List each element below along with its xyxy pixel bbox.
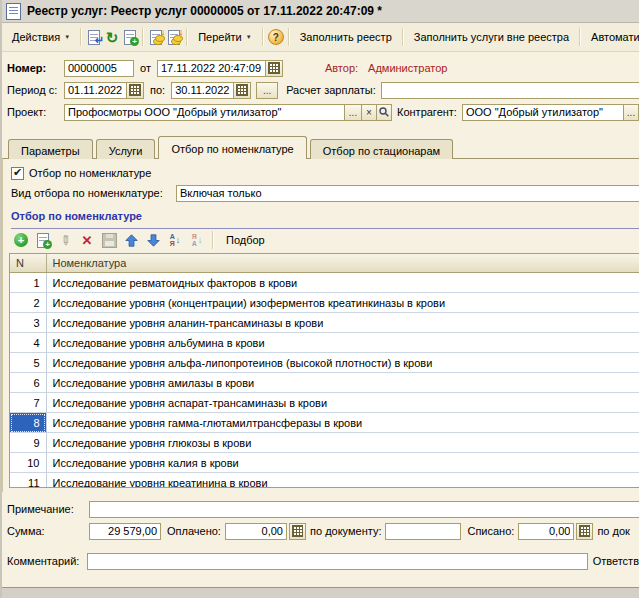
row-number-cell[interactable]: 4: [10, 333, 46, 353]
goto-menu-button[interactable]: Перейти ▼: [191, 27, 259, 47]
table-row[interactable]: 4Исследование уровня альбумина в крови: [10, 333, 639, 353]
row-number-cell[interactable]: 6: [10, 373, 46, 393]
paid-field[interactable]: [225, 523, 287, 540]
save-button[interactable]: ↵: [85, 26, 103, 48]
row-name-cell[interactable]: Исследование уровня альбумина в крови: [46, 333, 639, 353]
form-body: Номер: от Автор: Администратор Период с:…: [2, 52, 639, 598]
fill-services-outside-button[interactable]: Заполнить услуги вне реестра: [407, 27, 576, 47]
writeoff-field[interactable]: [518, 523, 574, 540]
unpost-document-button[interactable]: ↓: [165, 26, 183, 48]
delete-row-button[interactable]: ✕: [77, 230, 97, 250]
project-select-button[interactable]: ...: [344, 104, 361, 121]
datetime-group: [157, 60, 283, 77]
filter-checkbox-row: ✔ Отбор по номенклатуре: [3, 164, 639, 182]
table-row[interactable]: 11Исследование уровня креатинина в крови: [10, 473, 639, 489]
datetime-field[interactable]: [157, 60, 265, 77]
contragent-field[interactable]: [462, 104, 623, 121]
salary-field[interactable]: [381, 82, 639, 99]
row-name-cell[interactable]: Исследование уровня аланин-трансаминазы …: [46, 313, 639, 333]
project-clear-button[interactable]: ×: [361, 104, 376, 121]
project-field[interactable]: [64, 104, 344, 121]
table-row[interactable]: 10Исследование уровня калия в крови: [10, 453, 639, 473]
table-row[interactable]: 5Исследование уровня альфа-липопротеинов…: [10, 353, 639, 373]
number-row: Номер: от Автор: Администратор: [2, 57, 639, 79]
sort-descending-icon: ЯА ↓: [192, 233, 203, 247]
copy-row-button[interactable]: +: [33, 230, 53, 250]
help-button[interactable]: ?: [267, 26, 285, 48]
column-header-n[interactable]: N: [10, 254, 46, 273]
table-row[interactable]: 8Исследование уровня гамма-глютамилтранс…: [10, 413, 639, 433]
table-row[interactable]: 1Исследование ревматоидных факторов в кр…: [10, 273, 639, 293]
period-to-field[interactable]: [171, 82, 233, 99]
from-label: от: [140, 62, 151, 74]
row-number-cell[interactable]: 8: [10, 413, 46, 433]
row-name-cell[interactable]: Исследование уровня глюкозы в крови: [46, 433, 639, 453]
row-number-cell[interactable]: 9: [10, 433, 46, 453]
table-row[interactable]: 9Исследование уровня глюкозы в крови: [10, 433, 639, 453]
goto-label: Перейти: [198, 31, 242, 43]
tab-nomenclature-filter[interactable]: Отбор по номенклатуре: [158, 136, 306, 159]
table-row[interactable]: 3Исследование уровня аланин-трансаминазы…: [10, 313, 639, 333]
tab-label: Отбор по стационарам: [323, 145, 440, 157]
automatic-button[interactable]: Автоматичес: [584, 27, 639, 47]
contragent-select-button[interactable]: ...: [623, 104, 639, 121]
row-name-cell[interactable]: Исследование уровня альфа-липопротеинов …: [46, 353, 639, 373]
contragent-group: ...: [462, 104, 639, 121]
row-number-cell[interactable]: 3: [10, 313, 46, 333]
row-number-cell[interactable]: 7: [10, 393, 46, 413]
calendar-button[interactable]: [265, 60, 283, 77]
row-name-cell[interactable]: Исследование уровня гамма-глютамилтрансф…: [46, 413, 639, 433]
row-name-cell[interactable]: Исследование уровня креатинина в крови: [46, 473, 639, 489]
tab-hospital-filter[interactable]: Отбор по стационарам: [310, 139, 453, 159]
row-name-cell[interactable]: Исследование уровня амилазы в крови: [46, 373, 639, 393]
nomenclature-filter-checkbox[interactable]: ✔: [11, 167, 24, 180]
writeoff-calculator-button[interactable]: [576, 523, 593, 540]
document-icon: [6, 3, 21, 20]
pick-button[interactable]: Подбор: [219, 231, 272, 249]
period-from-field[interactable]: [64, 82, 126, 99]
finish-editing-button[interactable]: [99, 230, 119, 250]
by-document-field[interactable]: [385, 523, 461, 540]
sort-ascending-button[interactable]: АЯ ↓: [165, 230, 185, 250]
row-number-cell[interactable]: 2: [10, 293, 46, 313]
unpost-document-icon: ↓: [166, 29, 182, 45]
row-number-cell[interactable]: 11: [10, 473, 46, 489]
row-number-cell[interactable]: 5: [10, 353, 46, 373]
calendar-button[interactable]: [126, 82, 144, 99]
author-value: Администратор: [368, 62, 447, 74]
row-number-cell[interactable]: 10: [10, 453, 46, 473]
move-down-button[interactable]: [143, 230, 163, 250]
paid-calculator-button[interactable]: [289, 523, 306, 540]
sort-descending-button[interactable]: ЯА ↓: [187, 230, 207, 250]
table-row[interactable]: 7Исследование уровня аспарат-трансаминаз…: [10, 393, 639, 413]
main-toolbar: Действия ▼ ↵ ↻ + ↓: [2, 23, 639, 52]
actions-menu-button[interactable]: Действия ▼: [5, 27, 77, 47]
tab-parameters[interactable]: Параметры: [8, 139, 93, 159]
row-name-cell[interactable]: Исследование уровня аспарат-трансаминазы…: [46, 393, 639, 413]
project-open-button[interactable]: [376, 104, 392, 121]
row-name-cell[interactable]: Исследование уровня калия в крови: [46, 453, 639, 473]
note-field[interactable]: [89, 501, 639, 518]
row-name-cell[interactable]: Исследование уровня (концентрации) изофе…: [46, 293, 639, 313]
comment-row: Комментарий: Ответств: [2, 550, 639, 572]
calendar-button[interactable]: [233, 82, 251, 99]
add-row-button[interactable]: +: [11, 230, 31, 250]
copy-button[interactable]: +: [121, 26, 139, 48]
fill-registry-button[interactable]: Заполнить реестр: [293, 27, 399, 47]
help-icon: ?: [268, 29, 284, 45]
table-row[interactable]: 2Исследование уровня (концентрации) изоф…: [10, 293, 639, 313]
edit-row-button[interactable]: ✎: [55, 230, 75, 250]
row-name-cell[interactable]: Исследование ревматоидных факторов в кро…: [46, 273, 639, 293]
column-header-nomenclature[interactable]: Номенклатура: [46, 254, 639, 273]
move-up-button[interactable]: [121, 230, 141, 250]
post-document-button[interactable]: ↓: [147, 26, 165, 48]
tab-services[interactable]: Услуги: [96, 139, 156, 159]
sum-field[interactable]: [89, 523, 161, 540]
row-number-cell[interactable]: 1: [10, 273, 46, 293]
filter-kind-field[interactable]: [176, 185, 639, 202]
comment-field[interactable]: [87, 553, 588, 570]
number-field[interactable]: [64, 60, 134, 77]
refresh-button[interactable]: ↻: [103, 26, 121, 48]
table-row[interactable]: 6Исследование уровня амилазы в крови: [10, 373, 639, 393]
period-picker-button[interactable]: ...: [256, 82, 278, 99]
